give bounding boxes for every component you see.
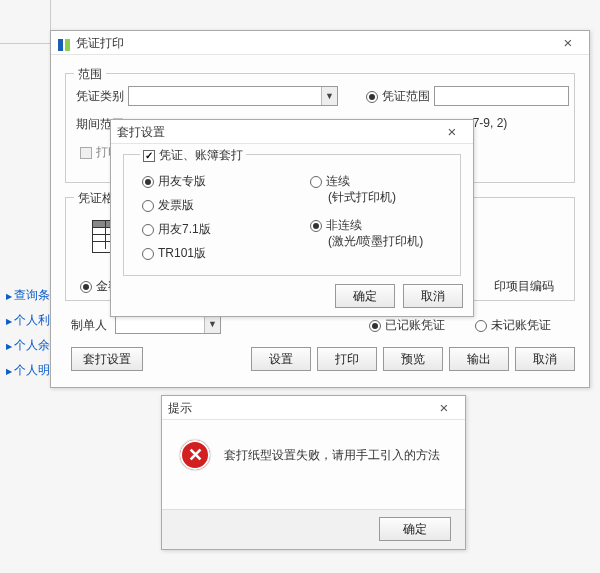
svg-rect-1 bbox=[65, 39, 70, 51]
window-title: 凭证打印 bbox=[76, 31, 553, 55]
message-text: 套打纸型设置失败，请用手工引入的方法 bbox=[224, 447, 440, 464]
titlebar[interactable]: 提示 × bbox=[162, 396, 465, 420]
setprint-button[interactable]: 套打设置 bbox=[71, 347, 143, 371]
scope-legend: 范围 bbox=[74, 66, 106, 83]
window-title: 提示 bbox=[168, 396, 429, 420]
maker-label: 制单人 bbox=[71, 317, 107, 334]
opt-invoice-radio[interactable]: 发票版 bbox=[142, 197, 194, 214]
opt-tr101-radio[interactable]: TR101版 bbox=[142, 245, 206, 262]
close-icon[interactable]: × bbox=[553, 31, 583, 55]
settings-button[interactable]: 设置 bbox=[251, 347, 311, 371]
continuous-sub: (针式打印机) bbox=[328, 189, 396, 206]
set-print-window: 套打设置 × 凭证、账簿套打 用友专版 发票版 用友7.1版 TR101版 连续… bbox=[110, 119, 474, 317]
opt-yonyou-radio[interactable]: 用友专版 bbox=[142, 173, 206, 190]
export-button[interactable]: 输出 bbox=[449, 347, 509, 371]
chevron-down-icon[interactable]: ▼ bbox=[204, 315, 220, 333]
print-button[interactable]: 打印 bbox=[317, 347, 377, 371]
window-title: 套打设置 bbox=[117, 120, 437, 144]
titlebar[interactable]: 套打设置 × bbox=[111, 120, 473, 144]
message-window: 提示 × ✕ 套打纸型设置失败，请用手工引入的方法 确定 bbox=[161, 395, 466, 550]
opt-71-radio[interactable]: 用友7.1版 bbox=[142, 221, 211, 238]
error-icon: ✕ bbox=[180, 440, 210, 470]
noncontinuous-sub: (激光/喷墨打印机) bbox=[328, 233, 423, 250]
enable-setprint-check[interactable]: 凭证、账簿套打 bbox=[140, 147, 246, 164]
unposted-radio[interactable]: 未记账凭证 bbox=[475, 317, 551, 334]
voucher-type-label: 凭证类别 bbox=[76, 88, 124, 105]
set-group: 凭证、账簿套打 用友专版 发票版 用友7.1版 TR101版 连续 (针式打印机… bbox=[123, 154, 461, 276]
chevron-down-icon[interactable]: ▼ bbox=[321, 87, 337, 105]
nav-item[interactable]: 个人余 bbox=[0, 333, 50, 358]
voucher-range-input[interactable] bbox=[434, 86, 569, 106]
ok-button[interactable]: 确定 bbox=[379, 517, 451, 541]
nav-item[interactable]: 个人明 bbox=[0, 358, 50, 383]
voucher-range-radio[interactable]: 凭证范围 bbox=[366, 88, 430, 105]
left-nav: 查询条 个人利 个人余 个人明 bbox=[0, 283, 50, 383]
opt-continuous-radio[interactable]: 连续 bbox=[310, 173, 350, 190]
posted-radio[interactable]: 已记账凭证 bbox=[369, 317, 445, 334]
cancel-button[interactable]: 取消 bbox=[515, 347, 575, 371]
cancel-button[interactable]: 取消 bbox=[403, 284, 463, 308]
titlebar[interactable]: 凭证打印 × bbox=[51, 31, 589, 55]
ok-button[interactable]: 确定 bbox=[335, 284, 395, 308]
nav-item[interactable]: 查询条 bbox=[0, 283, 50, 308]
close-icon[interactable]: × bbox=[437, 120, 467, 144]
opt-noncontinuous-radio[interactable]: 非连续 bbox=[310, 217, 362, 234]
svg-rect-0 bbox=[58, 39, 63, 51]
maker-combo[interactable]: ▼ bbox=[115, 314, 221, 334]
close-icon[interactable]: × bbox=[429, 396, 459, 420]
preview-button[interactable]: 预览 bbox=[383, 347, 443, 371]
nav-item[interactable]: 个人利 bbox=[0, 308, 50, 333]
print-item-code-label: 印项目编码 bbox=[494, 278, 554, 295]
app-icon bbox=[57, 36, 71, 50]
voucher-type-combo[interactable]: ▼ bbox=[128, 86, 338, 106]
